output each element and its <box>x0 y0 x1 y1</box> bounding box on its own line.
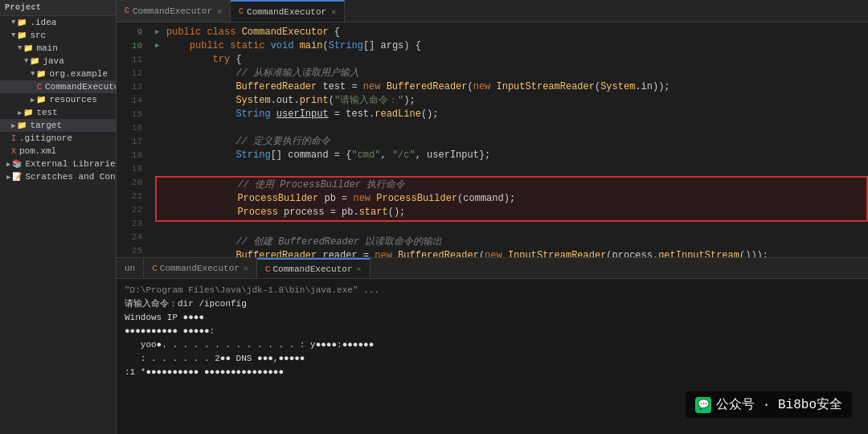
watermark: 💬 公众号 · Bi8bo安全 <box>686 391 852 418</box>
sidebar-item-org[interactable]: ▼ 📁 org.example <box>0 68 116 80</box>
sidebar-label: resources <box>49 95 96 104</box>
line-number: 21 <box>117 190 142 203</box>
project-sidebar: Project ▼ 📁 .idea ▼ 📁 src ▼ 📁 main ▼ 📁 j… <box>0 0 117 434</box>
sidebar-item-java[interactable]: ▼ 📁 java <box>0 55 116 68</box>
sidebar-label: .gitignore <box>19 133 72 143</box>
arrow-icon: ▼ <box>24 57 28 65</box>
bottom-tab-cmd2[interactable]: C CommandExecutor ✕ <box>257 258 371 278</box>
libs-icon: 📚 <box>12 159 22 169</box>
scratches-icon: 📝 <box>12 172 22 182</box>
code-line: // 创建 BufferedReader 以读取命令的输出 <box>155 235 868 249</box>
folder-icon: 📁 <box>23 43 33 53</box>
sidebar-item-test[interactable]: ▶ 📁 test <box>0 106 116 119</box>
code-lines[interactable]: ▶ public class CommandExecutor { ▶ publi… <box>149 23 868 257</box>
line-number: 24 <box>117 231 142 244</box>
sidebar-label: org.example <box>49 69 108 79</box>
folder-icon: 📁 <box>36 69 46 79</box>
code-line <box>155 162 868 176</box>
sidebar-item-commandexecutor[interactable]: C CommandExecutor <box>0 80 116 93</box>
terminal-line: : . . . . . . 2●● DNS ●●●,●●●●● <box>125 352 860 365</box>
line-number: 23 <box>117 217 142 231</box>
tab-commandexecutor-2[interactable]: C CommandExecutor ✕ <box>231 0 345 22</box>
folder-icon: 📁 <box>17 121 27 130</box>
line-number: 19 <box>117 162 142 176</box>
xml-icon: X <box>11 147 16 156</box>
bottom-tab-run[interactable]: un <box>117 258 144 278</box>
line-numbers: 9 10 11 12 13 14 15 16 17 18 19 20 21 22… <box>117 23 149 257</box>
code-line: String[] command = {"cmd", "/c", userInp… <box>155 149 868 162</box>
code-line: String userInput = test.readLine(); <box>155 108 868 121</box>
tab-label: CommandExecutor <box>272 264 352 274</box>
tab-label: CommandExecutor <box>133 6 212 16</box>
code-line: Process process = pb.start(); <box>157 206 866 219</box>
sidebar-label: target <box>30 121 62 130</box>
bottom-tab-bar: un C CommandExecutor ✕ C CommandExecutor… <box>117 258 868 279</box>
run-indicator: ▶ <box>155 26 166 39</box>
sidebar-label: External Libraries <box>25 159 117 169</box>
tab-label: CommandExecutor <box>247 7 326 17</box>
sidebar-label: CommandExecutor <box>45 82 117 92</box>
folder-icon: 📁 <box>30 56 39 66</box>
sidebar-item-pom[interactable]: X pom.xml <box>0 145 116 158</box>
sidebar-item-scratches[interactable]: ▶ 📝 Scratches and Consoles <box>0 170 116 183</box>
code-line: ▶ public static void main(String[] args)… <box>155 39 868 53</box>
tab-close-button[interactable]: ✕ <box>357 264 362 274</box>
arrow-icon: ▼ <box>31 70 35 78</box>
arrow-icon: ▼ <box>11 31 15 39</box>
java-file-icon: C <box>37 83 42 92</box>
watermark-text: 公众号 · Bi8bo安全 <box>716 396 842 413</box>
tab-label: un <box>125 264 135 273</box>
terminal-line: Windows IP ●●●● <box>125 311 860 324</box>
code-line: // 从标准输入读取用户输入 <box>155 67 868 80</box>
main-content: C CommandExecutor ✕ C CommandExecutor ✕ … <box>117 0 868 434</box>
line-number: 11 <box>117 53 142 67</box>
folder-icon: 📁 <box>17 18 27 27</box>
sidebar-item-resources[interactable]: ▶ 📁 resources <box>0 93 116 106</box>
sidebar-item-src[interactable]: ▼ 📁 src <box>0 29 116 42</box>
code-line: System.out.print("请输入命令："); <box>155 94 868 108</box>
code-line: BufferedReader test = new BufferedReader… <box>155 80 868 94</box>
sidebar-item-idea[interactable]: ▼ 📁 .idea <box>0 16 116 29</box>
tab-label: CommandExecutor <box>160 264 240 273</box>
sidebar-item-gitignore[interactable]: I .gitignore <box>0 132 116 145</box>
run-indicator: ▶ <box>155 39 166 53</box>
sidebar-label: pom.xml <box>19 146 56 156</box>
sidebar-item-main[interactable]: ▼ 📁 main <box>0 42 116 55</box>
sidebar-label: java <box>43 56 63 66</box>
java-icon: C <box>125 6 129 15</box>
code-editor: 9 10 11 12 13 14 15 16 17 18 19 20 21 22… <box>117 23 868 257</box>
folder-icon: 📁 <box>36 95 46 104</box>
code-line: BufferedReader reader = new BufferedRead… <box>155 249 868 257</box>
bottom-tab-cmd1[interactable]: C CommandExecutor ✕ <box>144 258 257 278</box>
arrow-icon: ▶ <box>11 121 15 130</box>
java-icon: C <box>239 7 244 16</box>
line-number: 15 <box>117 108 142 121</box>
sidebar-title: Project <box>0 0 116 16</box>
line-number: 25 <box>117 244 142 257</box>
arrow-icon: ▼ <box>18 44 22 52</box>
line-number: 17 <box>117 135 142 149</box>
code-line: // 定义要执行的命令 <box>155 135 868 149</box>
line-number: 13 <box>117 80 142 94</box>
arrow-icon: ▶ <box>18 108 22 117</box>
sidebar-item-target[interactable]: ▶ 📁 target <box>0 119 116 132</box>
tab-commandexecutor-1[interactable]: C CommandExecutor ✕ <box>117 0 231 22</box>
tab-close-button[interactable]: ✕ <box>217 6 222 16</box>
red-box-highlight: // 使用 ProcessBuilder 执行命令 ProcessBuilder… <box>155 176 868 222</box>
code-line: ProcessBuilder pb = new ProcessBuilder(c… <box>157 192 866 206</box>
wechat-icon: 💬 <box>695 397 711 413</box>
sidebar-label: test <box>36 108 57 117</box>
folder-icon: 📁 <box>23 108 33 117</box>
terminal-line: 请输入命令：dir /ipconfig <box>125 297 860 310</box>
code-line: ▶ public class CommandExecutor { <box>155 26 868 39</box>
sidebar-label: src <box>30 31 46 40</box>
arrow-icon: ▶ <box>31 96 35 104</box>
sidebar-item-external-libs[interactable]: ▶ 📚 External Libraries <box>0 158 116 170</box>
line-number: 14 <box>117 94 142 108</box>
tab-close-button[interactable]: ✕ <box>244 264 248 273</box>
tab-close-button[interactable]: ✕ <box>331 7 336 17</box>
terminal-line: ●●●●●●●●●● ●●●●●: <box>125 325 860 338</box>
code-line <box>155 121 868 135</box>
code-line: // 使用 ProcessBuilder 执行命令 <box>157 178 866 192</box>
line-number: 10 <box>117 39 142 53</box>
